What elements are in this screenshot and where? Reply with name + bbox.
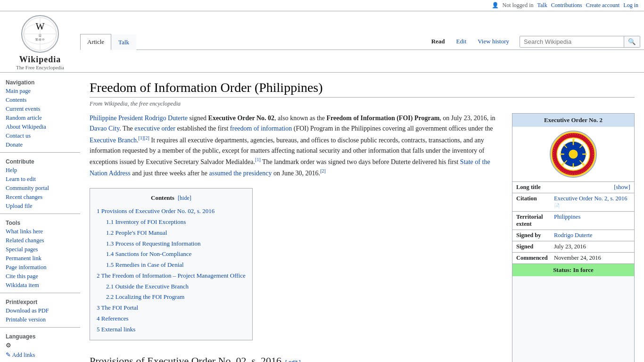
svg-text:★: ★ [571,137,576,142]
sidebar-item-add-links[interactable]: ✎ Add links [0,350,80,360]
sidebar-item-wikidata[interactable]: Wikidata item [0,281,80,290]
duterte-infobox-link[interactable]: Rodrigo Duterte [554,232,593,239]
top-bar: 👤 Not logged in Talk Contributions Creat… [0,0,644,11]
tab-article[interactable]: Article [80,34,111,50]
logo-text[interactable]: Wikipedia [19,55,61,65]
toc-contents-label: Contents [151,194,174,201]
toc-item-1: 1 Provisions of Executive Order No. 02, … [97,206,246,217]
sidebar-item-related-changes[interactable]: Related changes [0,236,80,245]
sidebar-item-community[interactable]: Community portal [0,184,80,193]
citation-label: Citation [516,195,554,209]
infobox-commenced-row: Commenced November 24, 2016 [512,252,634,263]
languages-section-title: Languages [0,330,80,341]
infobox-signed-by-row: Signed by Rodrigo Duterte [512,230,634,241]
pdf-icon: 📄 [554,203,560,208]
commenced-value: November 24, 2016 [554,255,630,262]
section-1-heading: Provisions of Executive Order No. 02, s.… [90,353,497,362]
sidebar-item-special-pages[interactable]: Special pages [0,245,80,254]
content-tabs: Article Talk Read Edit View history 🔍 [80,34,644,50]
sidebar-item-printable[interactable]: Printable version [0,315,80,324]
sidebar-item-download-pdf[interactable]: Download as PDF [0,306,80,315]
toc-link-3[interactable]: 3 The FOI Portal [97,304,138,311]
sidebar-item-upload[interactable]: Upload file [0,202,80,211]
toc-link-2[interactable]: 2 The Freedom of Information – Project M… [97,272,246,279]
not-logged-in-text: Not logged in [503,2,534,9]
page-title: Freedom of Information Order (Philippine… [90,80,635,98]
sidebar-item-learn[interactable]: Learn to edit [0,175,80,184]
search-input[interactable] [520,36,624,47]
gear-icon: ⚙ [6,342,11,349]
from-wikipedia-text: From Wikipedia, the free encyclopedia [90,100,635,107]
logo-area: W Ω 繁 維 中 Wikipedia The Free Encyclopedi… [0,11,80,72]
wikipedia-logo[interactable]: W Ω 繁 維 中 [21,15,59,53]
sidebar-item-help[interactable]: Help [0,166,80,175]
sidebar-item-contact[interactable]: Contact us [0,132,80,140]
philippines-link[interactable]: Philippines [554,214,580,220]
edit-tab[interactable]: Edit [452,36,471,47]
read-tab[interactable]: Read [427,36,450,47]
sidebar-item-contents[interactable]: Contents [0,96,80,105]
signed-value: July 23, 2016 [554,243,630,250]
svg-point-10 [569,149,578,158]
sidebar-item-donate[interactable]: Donate [0,140,80,149]
toc-hide-link[interactable]: [hide] [178,195,191,201]
infobox-citation-row: Citation Executive Order No. 2, s. 2016 … [512,193,634,211]
svg-text:★: ★ [581,162,586,167]
toc-link-1-3[interactable]: 1.3 Process of Requesting Information [106,240,200,247]
toc-link-1-1[interactable]: 1.1 Inventory of FOI Exceptions [106,218,186,225]
content: Freedom of Information Order (Philippine… [80,73,644,362]
view-history-tab[interactable]: View history [473,36,514,47]
create-account-link[interactable]: Create account [586,2,620,9]
sidebar-item-what-links[interactable]: What links here [0,227,80,236]
sidebar: Navigation Main page Contents Current ev… [0,73,80,362]
sidebar-item-random-article[interactable]: Random article [0,114,80,123]
sidebar-item-main-page[interactable]: Main page [0,87,80,96]
toc-title: Contents [hide] [97,193,246,203]
davao-city-link[interactable]: Davao City [90,125,119,132]
toc-item-3: 3 The FOI Portal [97,303,246,313]
toc-item-2-1: 2.1 Outside the Executive Branch [97,281,246,292]
toc-link-4[interactable]: 4 References [97,315,129,322]
toc-link-1-2[interactable]: 1.2 People's FOI Manual [106,229,167,236]
signed-label: Signed [516,243,554,250]
section-1-edit-link[interactable]: [ edit ] [285,358,301,362]
toc-link-1[interactable]: 1 Provisions of Executive Order No. 02, … [97,207,215,214]
tab-talk[interactable]: Talk [111,34,136,50]
print-section-title: Print/export [0,296,80,306]
talk-link[interactable]: Talk [537,2,547,9]
sona-link[interactable]: State of the Nation Address [90,158,490,177]
toc-link-2-2[interactable]: 2.2 Localizing the FOI Program [106,293,184,300]
sidebar-item-current-events[interactable]: Current events [0,105,80,114]
svg-text:★: ★ [561,162,565,167]
show-link[interactable]: [show] [614,184,630,191]
toc-link-5[interactable]: 5 External links [97,326,135,333]
infobox-status: Status: In force [512,263,634,276]
infobox-territorial-row: Territorialextent Philippines [512,211,634,230]
citation-link[interactable]: Executive Order No. 2, s. 2016 [554,195,627,202]
toc-link-2-1[interactable]: 2.1 Outside the Executive Branch [106,283,189,290]
sidebar-item-cite[interactable]: Cite this page [0,272,80,281]
toc-link-1-5[interactable]: 1.5 Remedies in Case of Denial [106,261,184,268]
toc-item-1-3: 1.3 Process of Requesting Information [97,239,246,249]
infobox-seal: ★ ★ ★ [512,127,634,181]
sidebar-item-recent-changes[interactable]: Recent changes [0,193,80,202]
log-in-link[interactable]: Log in [623,2,638,9]
sidebar-item-about[interactable]: About Wikipedia [0,123,80,132]
status-label: Status: [553,266,571,273]
sidebar-item-permanent-link[interactable]: Permanent link [0,254,80,263]
contributions-link[interactable]: Contributions [551,2,582,9]
navigation-section-title: Navigation [0,76,80,87]
commenced-label: Commenced [516,255,554,262]
foi-link[interactable]: freedom of information [230,125,292,132]
toc-link-1-4[interactable]: 1.4 Sanctions for Non-Compliance [106,250,191,257]
duterte-link[interactable]: Philippine President Rodrigo Duterte [90,115,188,122]
logo-subtext: The Free Encyclopedia [16,65,64,70]
executive-order-link[interactable]: executive order [134,125,175,132]
header: W Ω 繁 維 中 Wikipedia The Free Encyclopedi… [0,11,644,73]
search-button[interactable]: 🔍 [624,36,640,47]
sidebar-item-gear[interactable]: ⚙ [0,341,80,350]
long-title-label: Long title [516,184,541,191]
exec-branch-link[interactable]: Executive Branch [90,136,137,143]
assumed-link[interactable]: assumed the presidency [209,170,272,177]
sidebar-item-page-info[interactable]: Page information [0,263,80,272]
